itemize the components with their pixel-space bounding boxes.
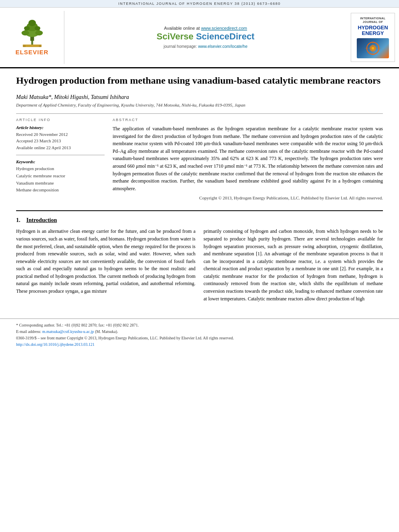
abstract-column: ABSTRACT The application of vanadium-bas… — [113, 118, 383, 200]
article-info-column: ARTICLE INFO Article history: Received 2… — [16, 118, 105, 200]
accepted-date: Accepted 23 March 2013 — [16, 138, 105, 144]
authors-text: Maki Matsuka*, Mitoki Higashi, Tatsumi I… — [16, 94, 129, 100]
journal-right-logo: International Journal of HYDROGENENERGY — [347, 11, 399, 64]
issn-text: 0360-3199/$ – see front matter Copyright… — [16, 336, 234, 340]
sciencedirect-brand: ScienceDirect — [196, 31, 255, 41]
elsevier-logo: ELSEVIER — [0, 11, 64, 64]
section-number: 1. — [16, 217, 21, 224]
svg-point-6 — [35, 31, 43, 35]
journal-header-bar: INTERNATIONAL JOURNAL OF HYDROGEN ENERGY… — [0, 0, 399, 8]
received-date: Received 20 November 2012 — [16, 131, 105, 138]
journal-header: ELSEVIER Available online at www.science… — [0, 8, 399, 68]
history-label: Article history: — [16, 125, 105, 130]
email-suffix: (M. Matsuka). — [95, 329, 118, 334]
section-title-row: 1. Introduction — [16, 217, 383, 224]
available-online-date: Available online 22 April 2013 — [16, 144, 105, 151]
article-info-abstract: ARTICLE INFO Article history: Received 2… — [16, 118, 383, 200]
elsevier-tree-icon — [16, 19, 48, 47]
keyword-4: Methane decomposition — [16, 187, 105, 194]
available-online-text: Available online at www.sciencedirect.co… — [164, 26, 247, 31]
svg-rect-13 — [40, 45, 41, 47]
abstract-text: The application of vanadium-based membra… — [113, 125, 383, 192]
article-title: Hydrogen production from methane using v… — [16, 74, 383, 87]
footer-footnote: * Corresponding author. Tel.: +81 (0)92 … — [16, 322, 383, 348]
svg-rect-10 — [23, 45, 24, 47]
article-info-heading: ARTICLE INFO — [16, 118, 105, 122]
homepage-link[interactable]: www.elsevier.com/locate/he — [198, 44, 247, 49]
svg-rect-12 — [39, 45, 40, 47]
page-footer: * Corresponding author. Tel.: +81 (0)92 … — [0, 318, 399, 351]
email-link[interactable]: m.matsuka@cstf.kyushu-u.ac.jp — [42, 329, 94, 334]
sciencedirect-url[interactable]: www.sciencedirect.com — [201, 26, 247, 31]
section-title: Introduction — [27, 217, 57, 224]
elsevier-brand-text: ELSEVIER — [15, 49, 48, 55]
footnote-star: * Corresponding author. Tel.: +81 (0)92 … — [16, 323, 139, 327]
journal-center-info: Available online at www.sciencedirect.co… — [64, 11, 347, 64]
email-label: E-mail address: — [16, 329, 41, 334]
divider-1 — [16, 113, 383, 114]
introduction-text: Hydrogen is an alternative clean energy … — [16, 228, 383, 302]
sciverse-logo: SciVerse ScienceDirect — [156, 31, 254, 42]
svg-point-8 — [35, 26, 40, 31]
svg-rect-11 — [25, 45, 25, 47]
keyword-3: Vanadium membrane — [16, 180, 105, 187]
he-graphic-icon — [361, 40, 385, 56]
svg-rect-9 — [23, 45, 41, 47]
svg-point-5 — [21, 31, 29, 35]
intro-right-text: primarily consisting of hydrogen and car… — [204, 228, 383, 302]
svg-point-7 — [24, 26, 29, 31]
abstract-heading: ABSTRACT — [113, 118, 383, 122]
introduction-section: 1. Introduction Hydrogen is an alternati… — [16, 210, 383, 302]
he-image — [357, 38, 389, 58]
divider-keywords — [16, 155, 105, 155]
he-journal-box: International Journal of HYDROGENENERGY — [351, 13, 395, 62]
keyword-1: Hydrogen production — [16, 165, 105, 173]
affiliation: Department of Applied Chemistry, Faculty… — [16, 103, 383, 107]
intro-left-text: Hydrogen is an alternative clean energy … — [16, 228, 195, 302]
authors: Maki Matsuka*, Mitoki Higashi, Tatsumi I… — [16, 94, 383, 101]
copyright-text: Copyright © 2013, Hydrogen Energy Public… — [113, 195, 383, 200]
he-main-text: HYDROGENENERGY — [354, 25, 391, 37]
keywords-label: Keywords: — [16, 159, 105, 164]
journal-homepage-text: journal homepage: www.elsevier.com/locat… — [164, 44, 247, 49]
he-title-text: International Journal of — [354, 16, 391, 24]
doi-link[interactable]: http://dx.doi.org/10.1016/j.ijhydene.201… — [16, 342, 95, 347]
journal-citation: INTERNATIONAL JOURNAL OF HYDROGEN ENERGY… — [118, 2, 281, 6]
keyword-2: Catalytic membrane reactor — [16, 173, 105, 180]
svg-point-4 — [28, 20, 36, 27]
homepage-label: journal homepage: — [164, 44, 197, 49]
article-content: Hydrogen production from methane using v… — [0, 68, 399, 310]
